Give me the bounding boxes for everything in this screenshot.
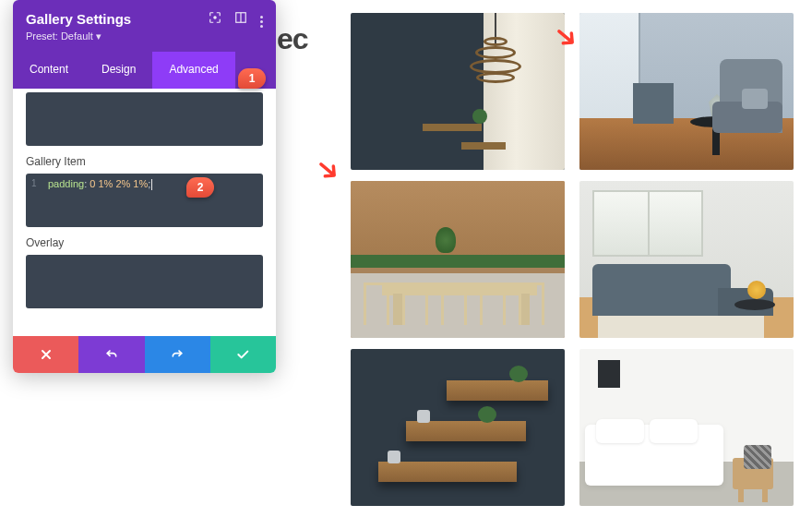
cancel-button[interactable] xyxy=(13,336,78,373)
line-number: 1 xyxy=(31,178,37,188)
code-editor-overlay[interactable] xyxy=(26,255,263,308)
tab-advanced[interactable]: Advanced xyxy=(152,52,234,89)
gallery-settings-panel: Gallery Settings Preset: Default ▾ Conte… xyxy=(13,0,276,373)
focus-icon[interactable] xyxy=(209,11,221,27)
redo-button[interactable] xyxy=(145,336,210,373)
tab-design[interactable]: Design xyxy=(85,52,152,89)
gallery-tile-5[interactable] xyxy=(351,349,565,506)
header-icon-group xyxy=(209,11,263,27)
section-label-overlay: Overlay xyxy=(26,236,263,249)
background-text-fragment: ec xyxy=(277,22,308,56)
panel-body: Gallery Item 1 padding: 0 1% 2% 1%; Over… xyxy=(13,89,276,336)
code-editor-top[interactable] xyxy=(26,92,263,146)
gallery-tile-3[interactable] xyxy=(351,181,565,338)
gallery-grid xyxy=(351,13,794,506)
panel-header: Gallery Settings Preset: Default ▾ xyxy=(13,0,276,52)
section-label-gallery-item: Gallery Item xyxy=(26,155,263,168)
gallery-tile-2[interactable] xyxy=(579,13,794,170)
svg-point-0 xyxy=(214,17,216,18)
preset-selector[interactable]: Preset: Default ▾ xyxy=(26,30,263,42)
save-button[interactable] xyxy=(210,336,276,373)
panel-action-bar xyxy=(13,336,276,373)
panel-title: Gallery Settings xyxy=(26,11,131,27)
code-editor-gallery-item[interactable]: 1 padding: 0 1% 2% 1%; xyxy=(26,174,263,227)
more-icon[interactable] xyxy=(260,13,263,26)
annotation-arrow-mid xyxy=(306,152,346,193)
gallery-tile-1[interactable] xyxy=(351,13,565,170)
panel-tabs: Content Design Advanced xyxy=(13,52,276,89)
gallery-tile-4[interactable] xyxy=(579,181,794,338)
tab-content[interactable]: Content xyxy=(13,52,85,89)
callout-badge-2: 2 xyxy=(186,177,214,198)
gallery-tile-6[interactable] xyxy=(579,349,794,506)
callout-badge-1: 1 xyxy=(238,68,266,89)
undo-button[interactable] xyxy=(78,336,144,373)
split-view-icon[interactable] xyxy=(234,11,247,27)
